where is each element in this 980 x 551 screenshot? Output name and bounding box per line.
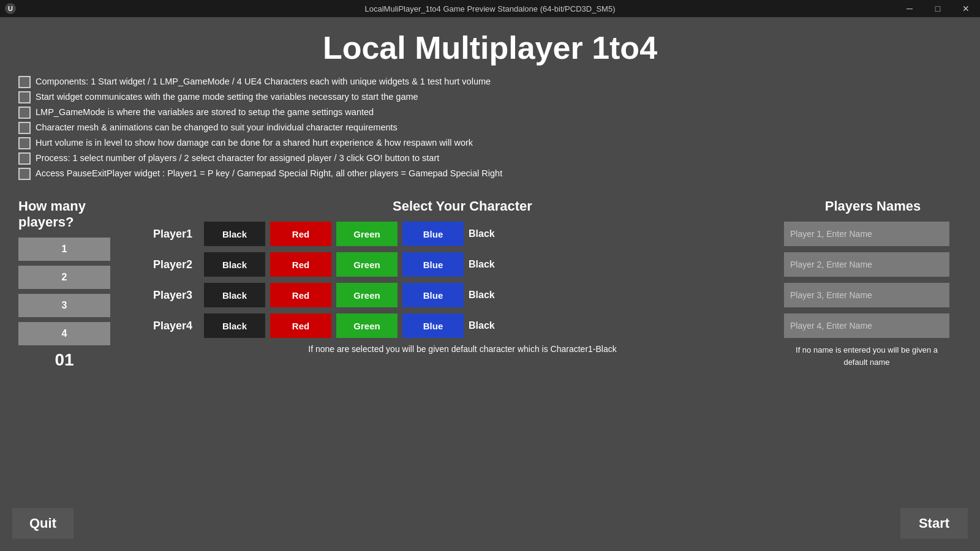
info-text: Character mesh & animations can be chang… [36, 121, 398, 133]
char-btn-player3-red[interactable]: Red [270, 283, 331, 307]
char-btn-player1-black[interactable]: Black [204, 222, 265, 246]
char-btn-player2-blue[interactable]: Blue [402, 252, 464, 277]
info-text: Hurt volume is in level to show how dama… [36, 137, 473, 149]
quit-button[interactable]: Quit [12, 508, 74, 539]
info-row: Character mesh & animations can be chang… [18, 121, 962, 134]
character-rows: Player1BlackRedGreenBlueBlackPlayer2Blac… [153, 222, 772, 338]
info-text: Components: 1 Start widget / 1 LMP_GameM… [36, 75, 491, 88]
character-select-title: Select Your Character [153, 198, 772, 214]
names-section: Players Names If no name is entered you … [784, 198, 962, 368]
checkbox-icon [18, 107, 31, 119]
minimize-button[interactable]: ─ [895, 0, 924, 17]
names-default-note: If no name is entered you will be given … [784, 344, 949, 368]
player-count-btn-1[interactable]: 1 [18, 238, 110, 261]
main-area: Local Multiplayer 1to4 Components: 1 Sta… [0, 17, 980, 551]
names-title: Players Names [784, 198, 962, 214]
char-btn-player2-red[interactable]: Red [270, 252, 331, 277]
char-btn-player4-black[interactable]: Black [204, 313, 265, 338]
info-row: Components: 1 Start widget / 1 LMP_GameM… [18, 75, 962, 88]
char-btn-player1-red[interactable]: Red [270, 222, 331, 246]
player-count-display: 01 [18, 350, 110, 370]
char-btn-player3-blue[interactable]: Blue [402, 283, 464, 307]
player-count-buttons: 1234 [18, 238, 141, 345]
char-btn-player1-green[interactable]: Green [336, 222, 398, 246]
player-count-btn-3[interactable]: 3 [18, 294, 110, 317]
player-row-2: Player2BlackRedGreenBlueBlack [153, 252, 772, 277]
checkbox-icon [18, 168, 31, 180]
info-text: Process: 1 select number of players / 2 … [36, 152, 439, 164]
char-btn-player1-blue[interactable]: Blue [402, 222, 464, 246]
maximize-button[interactable]: □ [924, 0, 952, 17]
char-btn-player4-red[interactable]: Red [270, 313, 331, 338]
titlebar-title: LocalMuliPlayer_1to4 Game Preview Standa… [365, 4, 616, 13]
player-row-3: Player3BlackRedGreenBlueBlack [153, 283, 772, 307]
player-row-4: Player4BlackRedGreenBlueBlack [153, 313, 772, 338]
player-count-btn-2[interactable]: 2 [18, 266, 110, 289]
title-bar: U LocalMuliPlayer_1to4 Game Preview Stan… [0, 0, 980, 17]
player-label-1: Player1 [153, 228, 199, 241]
lower-section: How many players? 1234 01 Select Your Ch… [0, 192, 980, 370]
players-count-section: How many players? 1234 01 [18, 198, 141, 370]
char-btn-player4-green[interactable]: Green [336, 313, 398, 338]
char-btn-player3-black[interactable]: Black [204, 283, 265, 307]
player-count-btn-4[interactable]: 4 [18, 322, 110, 345]
info-row: Access PauseExitPlayer widget : Player1 … [18, 167, 962, 180]
player-name-input-3[interactable] [784, 283, 949, 307]
checkbox-icon [18, 137, 31, 149]
checkbox-icon [18, 91, 31, 103]
selected-char-label-1: Black [469, 228, 505, 239]
svg-text:U: U [8, 5, 13, 12]
titlebar-controls: ─ □ ✕ [895, 0, 980, 17]
char-btn-player2-green[interactable]: Green [336, 252, 398, 277]
character-default-note: If none are selected you will be given d… [153, 344, 772, 354]
info-section: Components: 1 Start widget / 1 LMP_GameM… [0, 75, 980, 180]
selected-char-label-4: Black [469, 320, 505, 331]
info-text: LMP_GameMode is where the variables are … [36, 106, 374, 118]
ue-logo: U [5, 3, 16, 14]
selected-char-label-3: Black [469, 290, 505, 301]
info-text: Start widget communicates with the game … [36, 91, 418, 103]
info-row: LMP_GameMode is where the variables are … [18, 106, 962, 119]
character-section: Select Your Character Player1BlackRedGre… [141, 198, 784, 354]
char-btn-player3-green[interactable]: Green [336, 283, 398, 307]
player-label-4: Player4 [153, 320, 199, 332]
selected-char-label-2: Black [469, 259, 505, 270]
player-name-input-1[interactable] [784, 222, 949, 246]
page-title: Local Multiplayer 1to4 [0, 17, 980, 75]
char-btn-player2-black[interactable]: Black [204, 252, 265, 277]
info-row: Process: 1 select number of players / 2 … [18, 152, 962, 165]
players-count-title: How many players? [18, 198, 141, 230]
info-row: Hurt volume is in level to show how dama… [18, 137, 962, 149]
close-button[interactable]: ✕ [952, 0, 980, 17]
start-button[interactable]: Start [900, 508, 968, 539]
player-name-input-4[interactable] [784, 313, 949, 338]
player-label-2: Player2 [153, 258, 199, 271]
player-name-input-2[interactable] [784, 252, 949, 277]
checkbox-icon [18, 152, 31, 165]
player-label-3: Player3 [153, 289, 199, 302]
info-row: Start widget communicates with the game … [18, 91, 962, 103]
name-inputs [784, 222, 962, 338]
checkbox-icon [18, 122, 31, 134]
char-btn-player4-blue[interactable]: Blue [402, 313, 464, 338]
checkbox-icon [18, 76, 31, 88]
info-text: Access PauseExitPlayer widget : Player1 … [36, 167, 502, 179]
player-row-1: Player1BlackRedGreenBlueBlack [153, 222, 772, 246]
